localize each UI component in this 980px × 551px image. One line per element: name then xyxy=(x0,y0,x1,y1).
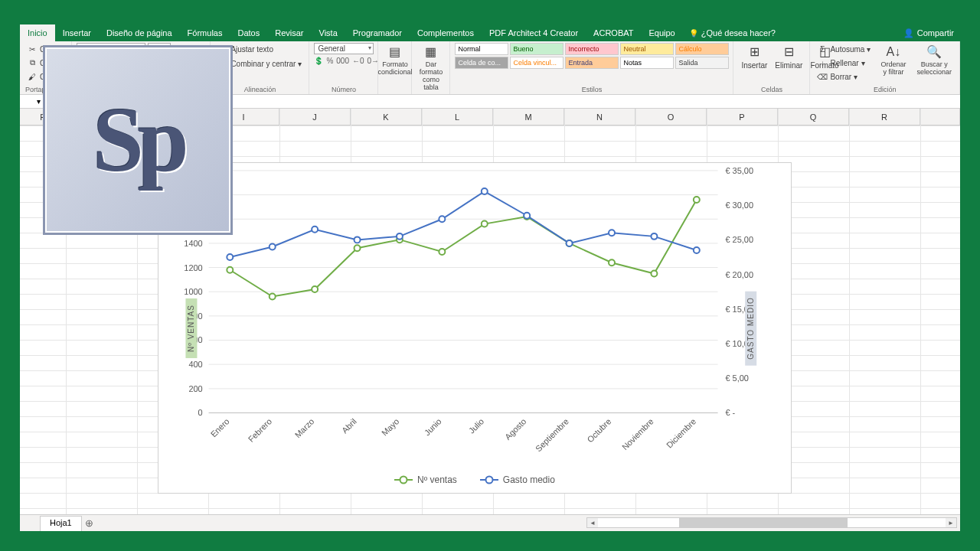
sp-watermark-overlay: Sp xyxy=(43,45,233,235)
svg-text:Abril: Abril xyxy=(340,416,358,435)
ribbon-tab-vista[interactable]: Vista xyxy=(312,24,345,41)
style-salida[interactable]: Salida xyxy=(675,57,729,69)
ribbon-tab-programador[interactable]: Programador xyxy=(345,24,410,41)
tell-me-box[interactable]: 💡 ¿Qué desea hacer? xyxy=(689,24,776,41)
excel-window: InicioInsertarDiseño de páginaFórmulasDa… xyxy=(20,24,960,531)
svg-point-65 xyxy=(694,247,700,253)
ribbon-tab-datos[interactable]: Datos xyxy=(230,24,267,41)
clear-button[interactable]: ⌫Borrar ▾ xyxy=(815,70,873,83)
group-format-table: ▦ Dar formato como tabla xyxy=(412,41,450,94)
ribbon-tab-revisar[interactable]: Revisar xyxy=(267,24,311,41)
style-neutral[interactable]: Neutral xyxy=(620,43,674,55)
y-right-axis-title: GASTO MEDIO xyxy=(745,291,756,365)
sheet-tab-hoja1[interactable]: Hoja1 xyxy=(40,516,82,531)
svg-point-56 xyxy=(312,227,318,233)
find-select-button[interactable]: 🔍Buscar y seleccionar xyxy=(913,43,955,78)
svg-point-45 xyxy=(354,245,361,251)
editing-label: Edición xyxy=(815,86,955,94)
svg-point-53 xyxy=(694,197,700,203)
legend-item-gasto: Gasto medio xyxy=(480,474,555,485)
percent-button[interactable]: % xyxy=(326,57,333,65)
style-notas[interactable]: Notas xyxy=(620,57,674,69)
svg-text:400: 400 xyxy=(188,360,202,369)
scroll-right-arrow[interactable]: ► xyxy=(946,518,956,527)
scroll-left-arrow[interactable]: ◄ xyxy=(587,518,598,527)
format-table-button[interactable]: ▦ Dar formato como tabla xyxy=(416,43,445,93)
svg-point-58 xyxy=(397,233,403,240)
add-sheet-button[interactable]: ⊕ xyxy=(82,515,97,531)
chart-canvas: 0200400600800100012001400160018002000€ -… xyxy=(158,163,791,493)
ribbon-tab-pdf-architect-4-creator[interactable]: PDF Architect 4 Creator xyxy=(482,24,586,41)
svg-text:0: 0 xyxy=(198,408,203,417)
sort-icon: A↓ xyxy=(886,44,901,60)
legend-item-ventas: Nº ventas xyxy=(394,474,457,485)
ribbon-tab-inicio[interactable]: Inicio xyxy=(20,24,55,41)
delete-cells-button[interactable]: ⊟Eliminar xyxy=(772,43,805,71)
number-format-combo[interactable]: General xyxy=(314,43,374,54)
svg-text:Agosto: Agosto xyxy=(503,416,528,442)
sheet-tab-bar: Hoja1 ⊕ ◄ ► xyxy=(20,514,960,531)
scroll-thumb[interactable] xyxy=(679,518,848,527)
legend-swatch-blue xyxy=(480,479,498,481)
svg-point-55 xyxy=(270,243,276,249)
svg-text:€ -: € - xyxy=(725,408,735,417)
svg-text:1200: 1200 xyxy=(184,263,202,272)
style-entrada[interactable]: Entrada xyxy=(565,57,619,69)
svg-text:Septiembre: Septiembre xyxy=(534,416,570,453)
ribbon-tab-acrobat[interactable]: ACROBAT xyxy=(586,24,641,41)
svg-text:1400: 1400 xyxy=(184,239,202,248)
cell-styles-gallery[interactable]: NormalBuenoIncorrectoNeutralCálculoCelda… xyxy=(455,43,729,69)
horizontal-scrollbar[interactable]: ◄ ► xyxy=(586,517,957,528)
conditional-format-button[interactable]: ▤ Formato condicional xyxy=(383,43,407,78)
table-icon: ▦ xyxy=(423,44,439,60)
group-cond-format: ▤ Formato condicional xyxy=(378,41,412,94)
tell-me-text: ¿Qué desea hacer? xyxy=(701,28,776,37)
svg-point-59 xyxy=(439,216,445,222)
ribbon-tab-insertar[interactable]: Insertar xyxy=(55,24,99,41)
y-left-axis-title: Nº VENTAS xyxy=(185,298,197,358)
ribbon-tab-dise-o-de-p-gina[interactable]: Diseño de página xyxy=(99,24,180,41)
share-icon: 👤 xyxy=(903,28,914,38)
ribbon-tab-equipo[interactable]: Equipo xyxy=(641,24,682,41)
insert-cells-button[interactable]: ⊞Insertar xyxy=(738,43,770,71)
svg-text:Diciembre: Diciembre xyxy=(665,416,697,449)
sort-filter-button[interactable]: A↓Ordenar y filtrar xyxy=(877,43,909,78)
style-c-lculo[interactable]: Cálculo xyxy=(675,43,729,55)
svg-point-63 xyxy=(609,230,615,236)
number-label: Número xyxy=(314,86,373,94)
ribbon-tabs: InicioInsertarDiseño de páginaFórmulasDa… xyxy=(20,24,960,41)
styles-label: Estilos xyxy=(455,86,728,94)
share-button[interactable]: Compartir xyxy=(917,28,954,37)
style-incorrecto[interactable]: Incorrecto xyxy=(565,43,619,55)
chart-object[interactable]: Nº VENTAS GASTO MEDIO 020040060080010001… xyxy=(158,162,792,494)
svg-point-47 xyxy=(439,249,445,255)
thousands-button[interactable]: 000 xyxy=(336,57,349,65)
autosum-button[interactable]: ΣAutosuma ▾ xyxy=(815,43,873,55)
copy-icon: ⧉ xyxy=(27,57,38,68)
svg-text:€ 35,00: € 35,00 xyxy=(725,166,753,175)
svg-text:Noviembre: Noviembre xyxy=(620,416,655,452)
brush-icon: 🖌 xyxy=(27,71,38,82)
currency-button[interactable]: 💲 xyxy=(314,57,323,65)
fill-down-icon: ↓ xyxy=(817,57,828,68)
sigma-icon: Σ xyxy=(817,44,828,54)
increase-decimal-button[interactable]: ←0 xyxy=(352,57,364,65)
style-celda-vincul-[interactable]: Celda vincul... xyxy=(510,57,564,69)
chart-legend: Nº ventas Gasto medio xyxy=(158,474,791,485)
group-number: General 💲 % 000 ←0 0→ Número xyxy=(309,41,378,94)
style-normal[interactable]: Normal xyxy=(455,43,508,55)
group-editing: ΣAutosuma ▾ ↓Rellenar ▾ ⌫Borrar ▾ A↓Orde… xyxy=(810,41,960,94)
search-icon: 🔍 xyxy=(926,44,942,60)
svg-point-60 xyxy=(482,188,488,194)
svg-text:Febrero: Febrero xyxy=(247,416,274,444)
ribbon-tab-f-rmulas[interactable]: Fórmulas xyxy=(180,24,230,41)
style-celda-de-co-[interactable]: Celda de co... xyxy=(455,57,508,69)
svg-text:€ 20,00: € 20,00 xyxy=(725,270,753,279)
style-bueno[interactable]: Bueno xyxy=(510,43,564,55)
svg-point-43 xyxy=(270,294,276,300)
ribbon-right: 👤 Compartir xyxy=(903,24,960,41)
ribbon-tab-complementos[interactable]: Complementos xyxy=(410,24,482,41)
fill-button[interactable]: ↓Rellenar ▾ xyxy=(815,57,873,69)
svg-point-48 xyxy=(482,221,488,227)
svg-point-61 xyxy=(524,213,530,219)
